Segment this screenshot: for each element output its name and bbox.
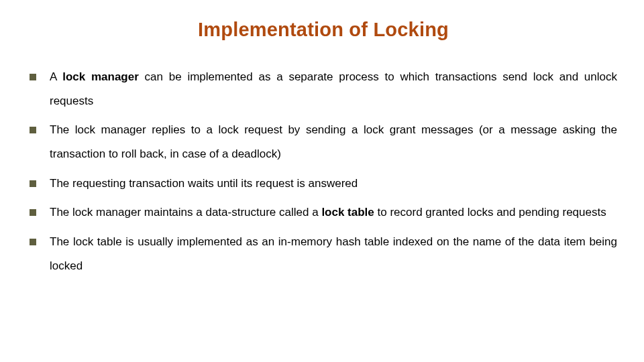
bullet-text-pre: The requesting transaction waits until i… bbox=[50, 177, 358, 190]
list-item: A lock manager can be implemented as a s… bbox=[30, 65, 617, 113]
list-item: The requesting transaction waits until i… bbox=[30, 172, 617, 196]
bullet-text-pre: The lock manager maintains a data-struct… bbox=[50, 206, 321, 219]
bullet-text-post: to record granted locks and pending requ… bbox=[374, 206, 606, 219]
bullet-text-bold: lock table bbox=[321, 206, 374, 219]
bullet-list: A lock manager can be implemented as a s… bbox=[30, 65, 617, 278]
list-item: The lock table is usually implemented as… bbox=[30, 230, 617, 278]
bullet-text-pre: A bbox=[50, 70, 62, 83]
list-item: The lock manager maintains a data-struct… bbox=[30, 200, 617, 225]
list-item: The lock manager replies to a lock reque… bbox=[30, 118, 617, 166]
slide: Implementation of Locking A lock manager… bbox=[0, 0, 644, 362]
slide-title: Implementation of Locking bbox=[30, 19, 617, 41]
bullet-text-pre: The lock manager replies to a lock reque… bbox=[50, 123, 617, 160]
bullet-text-bold: lock manager bbox=[62, 70, 139, 83]
bullet-text-pre: The lock table is usually implemented as… bbox=[50, 235, 617, 272]
